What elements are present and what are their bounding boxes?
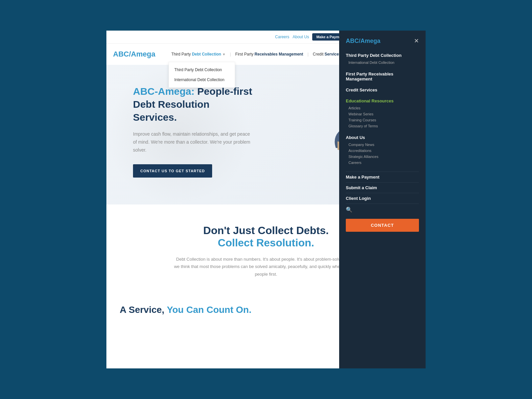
mobile-make-payment-link[interactable]: Make a Payment [346,172,419,182]
nav-item3-strong: Services [325,52,341,57]
mobile-section-about: About Us Company News Accreditations Str… [346,135,419,166]
nav-divider-2: | [308,52,309,57]
collect-title-plain: Don't Just Collect Debts. [203,224,329,236]
mobile-section-educational-title[interactable]: Educational Resources [346,98,419,103]
mobile-logo: ABC/Amega [346,38,380,45]
mobile-item-training[interactable]: Training Courses [346,117,419,123]
nav-divider-1: | [230,52,231,57]
nav-item-credit[interactable]: Credit Services [310,50,344,58]
about-us-link[interactable]: About Us [293,35,309,39]
nav-item1-prefix: Third Party [171,52,192,57]
mobile-item-webinar[interactable]: Webinar Series [346,111,419,117]
mobile-section-about-title[interactable]: About Us [346,135,419,140]
mobile-client-login-link[interactable]: Client Login [346,193,419,203]
mobile-logo-part2: Amega [360,38,380,44]
mobile-section-educational: Educational Resources Articles Webinar S… [346,98,419,129]
nav-item3-prefix: Credit [313,52,325,57]
mobile-section-third-party-title[interactable]: Third Party Debt Collection [346,53,419,58]
mobile-menu-header: ABC/Amega ✕ [346,37,419,45]
nav-item-first-party[interactable]: First Party Receivables Management [233,50,306,58]
mobile-submit-claim-link[interactable]: Submit a Claim [346,182,419,193]
dropdown-third-party[interactable]: Third Party Debt Collection [169,65,235,75]
mobile-logo-part1: ABC [346,38,359,44]
mobile-item-accreditations[interactable]: Accreditations [346,148,419,154]
mobile-item-company-news[interactable]: Company News [346,142,419,148]
mobile-item-strategic[interactable]: Strategic Alliances [346,154,419,160]
collect-description: Debt Collection is about more than numbe… [173,256,359,278]
logo-part2: Amega [131,50,155,58]
hero-subtitle: Improve cash flow, maintain relationship… [133,130,253,154]
hero-title: ABC-Amega: People-firstDebt Resolution S… [133,85,253,124]
mobile-item-careers[interactable]: Careers [346,160,419,166]
mobile-contact-button[interactable]: CONTACT [346,219,419,232]
dropdown-international[interactable]: International Debt Collection [169,75,235,85]
mobile-item-articles[interactable]: Articles [346,105,419,111]
debt-collection-dropdown: Third Party Debt Collection Internationa… [169,62,235,88]
mobile-section-credit: Credit Services [346,87,419,92]
nav-item2-strong: Receivables Management [255,52,303,57]
site-logo[interactable]: ABC/Amega [113,50,155,59]
mobile-search-icon[interactable]: 🔍 [346,203,419,215]
hero-cta-button[interactable]: CONTACT US TO GET STARTED [133,164,212,178]
service-title-plain: A Service, [120,305,164,315]
careers-link[interactable]: Careers [275,35,289,39]
nav-item1-strong: Debt Collection [192,52,221,57]
mobile-section-credit-title[interactable]: Credit Services [346,87,419,92]
mobile-section-first-party-title[interactable]: First Party Receivables Management [346,71,419,81]
service-title-highlight: You Can Count On. [167,305,252,315]
mobile-menu-close-button[interactable]: ✕ [414,37,419,45]
mobile-section-third-party: Third Party Debt Collection Internationa… [346,53,419,66]
mobile-item-glossary[interactable]: Glossary of Terms [346,123,419,129]
mobile-item-international[interactable]: International Debt Collection [346,60,419,66]
nav-item2-prefix: First Party [235,52,255,57]
mobile-menu-panel: ABC/Amega ✕ Third Party Debt Collection … [339,31,426,368]
nav-item-third-party[interactable]: Third Party Debt Collection ▼ Third Part… [169,50,228,58]
mobile-section-first-party: First Party Receivables Management [346,71,419,81]
logo-part1: ABC [113,50,129,58]
